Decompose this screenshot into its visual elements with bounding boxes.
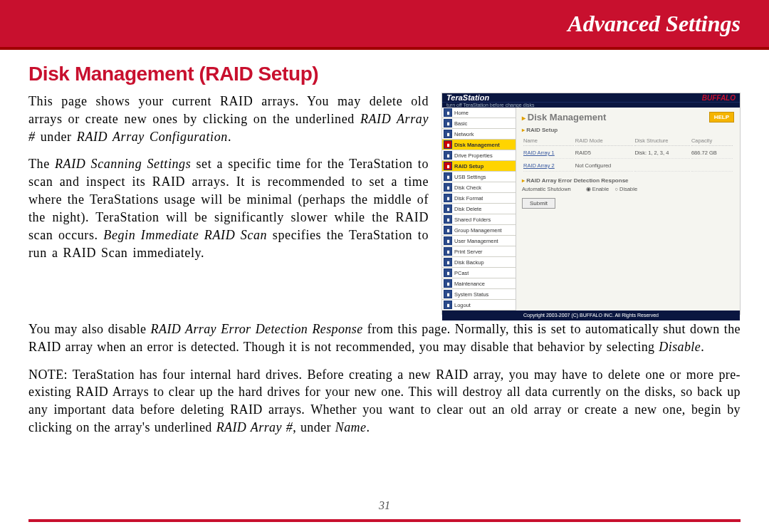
table-row: RAID Array 1 RAID5 Disk: 1, 2, 3, 4 686.… <box>523 147 733 159</box>
nav-item-pcast[interactable]: ∎PCast <box>442 268 516 278</box>
nav-item-home[interactable]: ∎Home <box>442 108 516 118</box>
nav-label: System Status <box>454 291 488 298</box>
screenshot-nav: ∎Home∎Basic∎Network∎Disk Management∎Driv… <box>442 108 516 311</box>
nav-item-raid-setup[interactable]: ∎RAID Setup <box>442 161 516 172</box>
nav-item-group-management[interactable]: ∎Group Management <box>442 225 516 236</box>
brand-right: BUFFALO <box>702 94 736 102</box>
radio-enable[interactable]: ◉ <box>586 186 592 192</box>
nav-icon: ∎ <box>444 226 452 234</box>
nav-label: USB Settings <box>454 174 486 180</box>
nav-label: Print Server <box>454 249 483 255</box>
nav-icon: ∎ <box>444 108 452 117</box>
nav-icon: ∎ <box>444 119 452 127</box>
nav-icon: ∎ <box>444 268 452 277</box>
nav-item-network[interactable]: ∎Network <box>442 129 516 140</box>
table-header-row: Name RAID Mode Disk Structure Capacity <box>523 136 733 146</box>
nav-icon: ∎ <box>444 258 452 266</box>
paragraph-3: You may also disable RAID Array Error De… <box>28 320 741 356</box>
error-detection-panel-head: RAID Array Error Detection Response <box>522 177 734 184</box>
nav-label: Network <box>454 131 474 137</box>
screenshot-titlebar: TeraStation BUFFALO <box>442 93 740 102</box>
nav-icon: ∎ <box>444 204 452 213</box>
nav-icon: ∎ <box>444 172 452 181</box>
nav-item-shared-folders[interactable]: ∎Shared Folders <box>442 214 516 225</box>
page-content: Disk Management (RAID Setup) This page s… <box>0 50 769 437</box>
screenshot-footer: Copyright 2003-2007 (C) BUFFALO INC. All… <box>442 311 740 320</box>
help-button[interactable]: HELP <box>709 112 734 122</box>
header-band: Advanced Settings <box>0 0 769 50</box>
nav-icon: ∎ <box>444 194 452 202</box>
nav-item-print-server[interactable]: ∎Print Server <box>442 246 516 257</box>
header-title: Advanced Settings <box>567 11 741 37</box>
nav-icon: ∎ <box>444 290 452 298</box>
nav-item-disk-management[interactable]: ∎Disk Management <box>442 140 516 150</box>
nav-icon: ∎ <box>444 183 452 192</box>
nav-item-disk-check[interactable]: ∎Disk Check <box>442 182 516 193</box>
nav-label: Drive Properties <box>454 152 493 159</box>
raid-setup-panel-head: RAID Setup <box>522 127 734 133</box>
nav-item-maintenance[interactable]: ∎Maintenance <box>442 278 516 289</box>
nav-icon: ∎ <box>444 301 452 309</box>
nav-icon: ∎ <box>444 151 452 160</box>
nav-item-usb-settings[interactable]: ∎USB Settings <box>442 172 516 182</box>
nav-item-logout[interactable]: ∎Logout <box>442 300 516 311</box>
page-number: 31 <box>0 499 769 512</box>
nav-item-system-status[interactable]: ∎System Status <box>442 289 516 300</box>
bottom-rule <box>28 519 741 522</box>
nav-icon: ∎ <box>444 247 452 256</box>
nav-icon: ∎ <box>444 279 452 288</box>
nav-item-user-management[interactable]: ∎User Management <box>442 236 516 246</box>
raid-array-link[interactable]: RAID Array 1 <box>523 147 574 159</box>
nav-label: Group Management <box>454 227 502 234</box>
nav-label: PCast <box>454 270 469 276</box>
raid-table: Name RAID Mode Disk Structure Capacity R… <box>522 135 734 173</box>
nav-label: Basic <box>454 120 467 127</box>
nav-label: Disk Delete <box>454 206 481 212</box>
paragraph-1: This page shows your current RAID arrays… <box>28 93 429 145</box>
nav-item-basic[interactable]: ∎Basic <box>442 118 516 129</box>
raid-array-link[interactable]: RAID Array 2 <box>523 160 574 172</box>
error-detection-row: Automatic Shutdown ◉ Enable ○ Disable <box>522 186 734 192</box>
nav-item-disk-format[interactable]: ∎Disk Format <box>442 193 516 204</box>
screenshot-main: HELP Disk Management RAID Setup Name RAI… <box>516 108 740 311</box>
brand-left: TeraStation <box>446 93 489 102</box>
nav-label: User Management <box>454 238 498 244</box>
nav-icon: ∎ <box>444 140 452 149</box>
nav-label: Maintenance <box>454 281 485 287</box>
nav-label: Disk Backup <box>454 259 484 266</box>
nav-label: Disk Format <box>454 195 483 202</box>
nav-label: Shared Folders <box>454 217 491 223</box>
submit-button[interactable]: Submit <box>522 198 555 209</box>
section-heading: Disk Management (RAID Setup) <box>28 63 741 85</box>
nav-label: Logout <box>454 302 471 308</box>
nav-icon: ∎ <box>444 130 452 138</box>
table-row: RAID Array 2 Not Configured <box>523 160 733 172</box>
paragraph-2: The RAID Scanning Settings set a specifi… <box>28 155 429 261</box>
nav-label: RAID Setup <box>454 163 483 169</box>
nav-icon: ∎ <box>444 162 452 170</box>
nav-label: Disk Check <box>454 184 481 191</box>
paragraph-4: NOTE: TeraStation has four internal hard… <box>28 366 741 437</box>
nav-label: Disk Management <box>454 142 500 148</box>
embedded-screenshot: TeraStation BUFFALO turn off TeraStation… <box>441 93 741 315</box>
screenshot-subbar: turn off TeraStation before change disks <box>442 102 740 108</box>
nav-icon: ∎ <box>444 236 452 245</box>
nav-item-disk-backup[interactable]: ∎Disk Backup <box>442 257 516 268</box>
screenshot-main-title: Disk Management <box>522 112 734 122</box>
nav-item-drive-properties[interactable]: ∎Drive Properties <box>442 150 516 161</box>
nav-label: Home <box>454 110 469 116</box>
nav-icon: ∎ <box>444 215 452 224</box>
nav-item-disk-delete[interactable]: ∎Disk Delete <box>442 204 516 214</box>
